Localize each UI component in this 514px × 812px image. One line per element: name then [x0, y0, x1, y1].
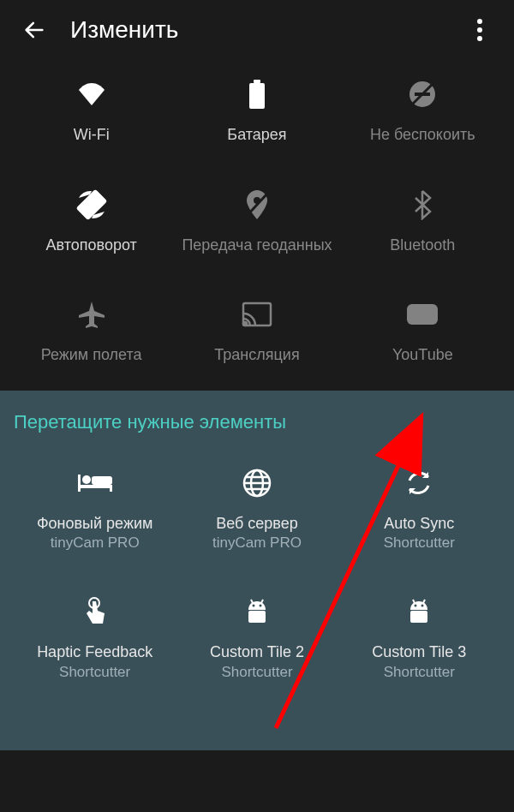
svg-rect-18: [110, 485, 112, 492]
drag-tile-sublabel: Shortcutter: [384, 534, 455, 552]
touch-icon: [78, 594, 112, 629]
svg-rect-4: [249, 83, 265, 109]
tile-dnd[interactable]: Не беспокоить: [340, 77, 505, 145]
arrow-left-icon: [22, 18, 46, 42]
tile-location[interactable]: Передача геоданных: [174, 188, 339, 255]
drag-tile-sublabel: Shortcutter: [221, 664, 292, 681]
android-icon: [240, 594, 274, 629]
back-button[interactable]: [17, 13, 51, 47]
tile-label: Bluetooth: [390, 236, 455, 255]
tile-label: Батарея: [227, 125, 286, 145]
tile-battery[interactable]: Батарея: [174, 77, 339, 145]
wifi-icon: [75, 77, 109, 111]
location-off-icon: [240, 188, 274, 222]
dnd-icon: [405, 77, 439, 111]
tile-label: Режим полета: [41, 345, 142, 365]
drag-tile-sublabel: tinyCam PRO: [212, 534, 302, 552]
svg-rect-17: [78, 485, 112, 488]
cast-icon: [240, 297, 274, 331]
svg-line-25: [251, 600, 253, 603]
svg-point-32: [415, 605, 417, 607]
svg-line-30: [413, 600, 415, 603]
drag-section: Перетащите нужные элементы Фоновый режим…: [0, 391, 514, 750]
drag-tile-label: Custom Tile 3: [372, 642, 466, 662]
svg-rect-8: [75, 188, 107, 220]
drag-tile-label: Фоновый режим: [37, 514, 153, 534]
drag-tile-label: Haptic Feedback: [37, 642, 152, 662]
page-title: Изменить: [70, 16, 463, 44]
svg-point-1: [477, 27, 482, 33]
svg-point-12: [243, 322, 247, 325]
tile-airplane[interactable]: Режим полета: [9, 297, 174, 365]
tile-label: Wi-Fi: [74, 125, 110, 145]
youtube-icon: [405, 297, 439, 331]
drag-tile-custom3[interactable]: Custom Tile 3 Shortcutter: [338, 594, 500, 681]
drag-tile-label: Custom Tile 2: [210, 642, 304, 662]
rotate-icon: [75, 188, 109, 222]
svg-rect-29: [248, 611, 266, 623]
more-vert-icon: [477, 19, 482, 41]
drag-tile-webserver[interactable]: Веб сервер tinyCam PRO: [176, 466, 338, 552]
svg-line-26: [261, 600, 263, 603]
svg-rect-13: [407, 304, 438, 325]
drag-section-title: Перетащите нужные элементы: [14, 411, 500, 433]
svg-rect-34: [410, 611, 427, 623]
tile-label: Передача геоданных: [182, 236, 332, 255]
svg-point-0: [477, 19, 482, 24]
tile-wifi[interactable]: Wi-Fi: [9, 77, 174, 145]
drag-tile-sublabel: tinyCam PRO: [51, 534, 140, 552]
android-icon: [402, 594, 436, 629]
more-button[interactable]: [463, 13, 497, 47]
tile-bluetooth[interactable]: Bluetooth: [340, 188, 505, 255]
drag-tile-background-mode[interactable]: Фоновый режим tinyCam PRO: [14, 466, 176, 552]
svg-point-28: [259, 605, 261, 607]
airplane-icon: [75, 297, 109, 331]
svg-rect-16: [92, 476, 112, 485]
tile-label: Не беспокоить: [370, 125, 475, 145]
sync-icon: [402, 466, 436, 500]
active-tiles-grid: Wi-Fi Батарея Не беспокоить Автоповорот …: [0, 60, 514, 391]
drag-tiles-grid: Фоновый режим tinyCam PRO Веб сервер tin…: [14, 466, 500, 681]
tile-cast[interactable]: Трансляция: [174, 297, 339, 365]
svg-rect-14: [78, 475, 81, 492]
svg-point-33: [421, 605, 424, 607]
battery-icon: [240, 77, 274, 111]
bluetooth-icon: [405, 188, 439, 222]
svg-point-2: [477, 36, 482, 41]
tile-youtube[interactable]: YouTube: [340, 297, 505, 365]
svg-rect-3: [254, 80, 260, 83]
tile-label: YouTube: [392, 345, 453, 365]
svg-point-15: [82, 475, 91, 484]
svg-line-31: [423, 600, 425, 603]
drag-tile-autosync[interactable]: Auto Sync Shortcutter: [338, 466, 500, 552]
drag-tile-label: Веб сервер: [216, 514, 298, 534]
drag-tile-label: Auto Sync: [384, 514, 454, 534]
globe-icon: [240, 466, 274, 500]
tile-label: Трансляция: [214, 345, 299, 365]
drag-tile-custom2[interactable]: Custom Tile 2 Shortcutter: [176, 594, 338, 681]
drag-tile-sublabel: Shortcutter: [384, 664, 455, 681]
svg-point-27: [252, 605, 254, 607]
bed-icon: [78, 466, 112, 500]
drag-tile-haptic[interactable]: Haptic Feedback Shortcutter: [14, 594, 176, 681]
drag-tile-sublabel: Shortcutter: [59, 664, 130, 681]
tile-label: Автоповорот: [46, 236, 137, 255]
tile-autorotate[interactable]: Автоповорот: [9, 188, 174, 255]
